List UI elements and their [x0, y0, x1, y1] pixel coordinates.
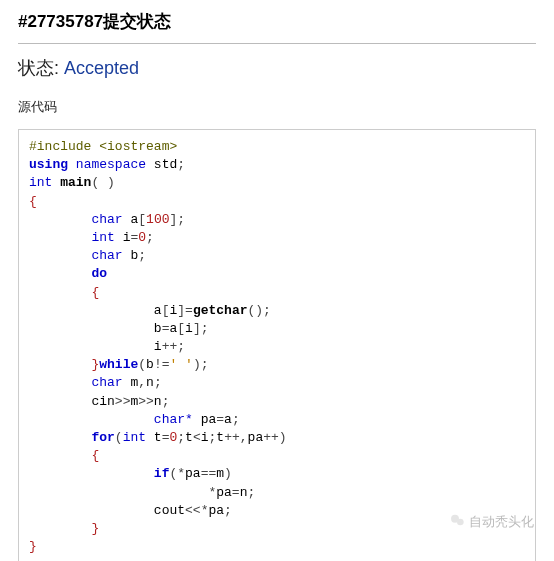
status-value[interactable]: Accepted: [64, 58, 139, 78]
page-title: #27735787提交状态: [18, 10, 536, 44]
status-label: 状态:: [18, 58, 59, 78]
source-code-label: 源代码: [18, 98, 536, 116]
status-row: 状态: Accepted: [18, 56, 536, 80]
source-code-block: #include <iostream> using namespace std;…: [18, 129, 536, 561]
